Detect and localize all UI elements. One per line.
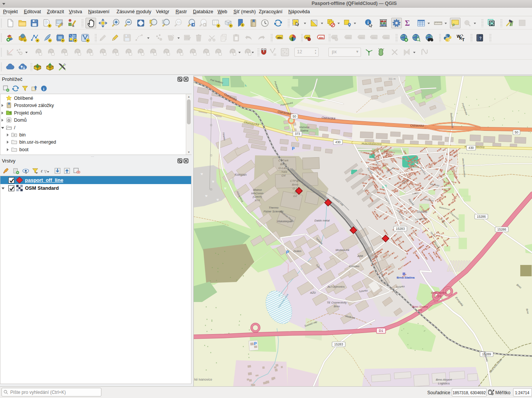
svg-text:Kompan: Kompan: [235, 173, 247, 177]
svg-text:Hviezdoslavova: Hviezdoslavova: [362, 142, 382, 146]
svg-text:201: 201: [436, 294, 442, 298]
svg-text:ABB: ABB: [357, 254, 363, 258]
svg-text:T: T: [462, 37, 465, 42]
svg-text:abc: abc: [277, 36, 282, 39]
svg-text:ModusLink: ModusLink: [336, 248, 350, 252]
svg-text:Thermo: Thermo: [269, 206, 278, 209]
svg-text:P: P: [292, 146, 294, 151]
svg-text:Brno: Brno: [334, 305, 340, 308]
svg-text:CTPark: CTPark: [290, 179, 300, 183]
svg-text:abc: abc: [372, 36, 376, 39]
svg-text:15283: 15283: [334, 342, 343, 346]
svg-text:abc: abc: [319, 36, 324, 39]
svg-text:ε: ε: [41, 168, 43, 173]
svg-text:G2: G2: [293, 194, 297, 198]
svg-text:1:1: 1:1: [177, 21, 181, 23]
svg-text:Brno: Brno: [280, 163, 287, 166]
svg-text:⚒: ⚒: [201, 173, 203, 175]
svg-text:15286: 15286: [497, 228, 506, 231]
svg-text:Brno-Slatina: Brno-Slatina: [397, 276, 415, 279]
svg-text:abc: abc: [384, 36, 389, 39]
svg-text:Σ: Σ: [405, 19, 410, 27]
svg-text:Daido metal: Daido metal: [314, 219, 330, 222]
svg-text:P: P: [286, 250, 289, 254]
svg-text:Brno Airport: Brno Airport: [436, 378, 452, 381]
svg-text:Wistron: Wistron: [253, 189, 262, 191]
svg-text:Dolkin: Dolkin: [294, 249, 302, 253]
svg-text:ké Ivanovice: ké Ivanovice: [194, 378, 212, 381]
svg-text:(Czech): (Czech): [253, 195, 262, 198]
svg-text:abc: abc: [359, 36, 364, 39]
svg-text:Brno: Brno: [292, 183, 299, 186]
svg-text:⚒: ⚒: [205, 195, 207, 197]
svg-text:15283: 15283: [396, 227, 405, 231]
svg-text:G4: G4: [282, 174, 286, 177]
svg-text:- hala: - hala: [280, 170, 288, 173]
svg-text:⚒: ⚒: [212, 180, 214, 183]
svg-text:50: 50: [515, 130, 518, 134]
svg-text:15286: 15286: [477, 215, 486, 218]
svg-text:430: 430: [468, 146, 474, 150]
svg-text:373: 373: [295, 132, 300, 136]
svg-text:50: 50: [292, 115, 296, 118]
svg-text:TE Connectivity: TE Connectivity: [327, 301, 347, 304]
svg-text:Brno-Slatina: Brno-Slatina: [412, 305, 428, 308]
svg-text:G-Land: G-Land: [278, 166, 289, 170]
svg-text:InfoComm: InfoComm: [251, 192, 263, 195]
svg-text:430: 430: [335, 140, 341, 144]
svg-text:a: a: [72, 24, 74, 28]
svg-text:⚒: ⚒: [216, 198, 219, 201]
svg-text:CTPark: CTPark: [278, 159, 289, 162]
svg-text:Slatina: Slatina: [300, 129, 308, 132]
svg-text:311 m: 311 m: [389, 77, 396, 80]
svg-text:s.r.o: s.r.o: [255, 199, 260, 201]
svg-text:Ostravská: Ostravská: [410, 124, 424, 128]
svg-text:P: P: [254, 341, 257, 346]
svg-text:abc: abc: [346, 36, 351, 39]
svg-text:201: 201: [417, 308, 423, 312]
svg-text:ALI Optronics: ALI Optronics: [327, 285, 345, 288]
svg-text:?: ?: [479, 36, 482, 40]
svg-text:Logistics: Logistics: [438, 382, 450, 385]
svg-text:D1: D1: [379, 329, 383, 333]
svg-text:⚒: ⚒: [224, 187, 226, 190]
svg-text:i: i: [43, 87, 44, 91]
svg-text:AŽD: AŽD: [310, 291, 316, 294]
svg-text:Slatina: Slatina: [417, 210, 427, 214]
svg-text:Resideo: Resideo: [349, 265, 359, 268]
svg-text:Vozovna: Vozovna: [299, 126, 310, 129]
svg-text:Brno-Slatina: Brno-Slatina: [431, 291, 446, 294]
